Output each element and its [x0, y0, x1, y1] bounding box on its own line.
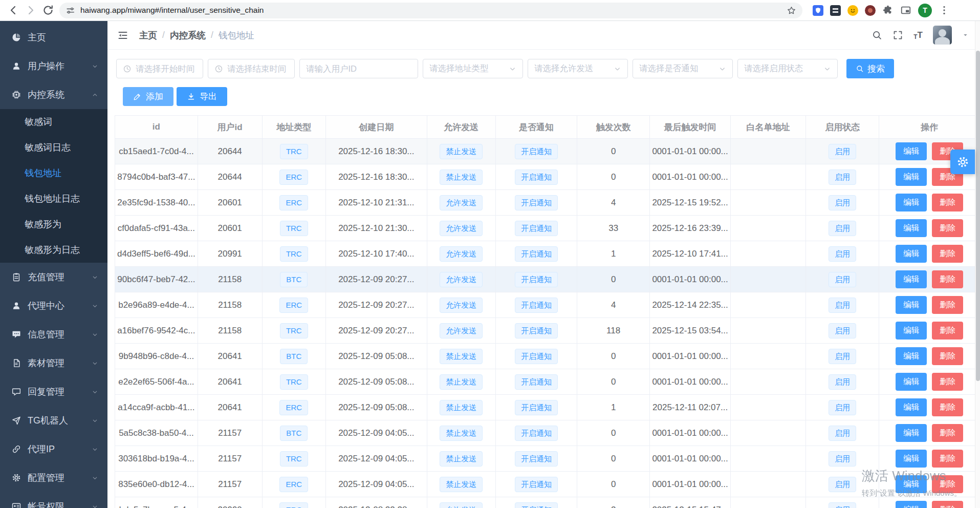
sidebar-item-6[interactable]: 素材管理 — [0, 349, 107, 377]
edit-button[interactable]: 编辑 — [896, 450, 927, 468]
allow-send-select[interactable]: 请选择允许发送 — [528, 59, 628, 78]
user-id-input[interactable] — [299, 59, 418, 78]
sidebar-item-4[interactable]: 代理中心 — [0, 291, 107, 320]
sidebar-item-1[interactable]: 用户操作 — [0, 52, 107, 80]
edit-button[interactable]: 编辑 — [896, 270, 927, 288]
search-button[interactable]: 搜索 — [846, 59, 894, 78]
font-size-icon[interactable]: TT — [913, 30, 923, 40]
settings-panel-button[interactable] — [950, 150, 975, 174]
table-header-row: id用户id地址类型创建日期允许发送是否通知触发次数最后触发时间白名单地址启用状… — [115, 116, 980, 139]
delete-button[interactable]: 删除 — [932, 219, 963, 237]
delete-button[interactable]: 删除 — [932, 475, 963, 493]
user-avatar[interactable] — [933, 26, 952, 45]
forward-icon[interactable] — [25, 4, 37, 16]
edit-button[interactable]: 编辑 — [896, 398, 927, 416]
edit-button[interactable]: 编辑 — [896, 296, 927, 314]
reply-icon — [11, 387, 21, 397]
extension-shield-icon[interactable] — [813, 5, 823, 16]
extension-dark-icon[interactable] — [830, 5, 841, 16]
browser-profile-avatar[interactable]: T — [918, 4, 932, 17]
user-id-input[interactable] — [306, 64, 411, 74]
sidebar-subitem-2-4[interactable]: 敏感形为 — [0, 211, 107, 237]
sidebar-item-label: 配置管理 — [28, 472, 64, 484]
sidebar-item-9[interactable]: 代理IP — [0, 435, 107, 463]
extension-maroon-icon[interactable] — [865, 5, 876, 16]
browser-menu-icon[interactable] — [939, 5, 950, 16]
notify-badge: 开启通知 — [515, 426, 558, 441]
pencil-icon — [133, 92, 142, 101]
delete-button[interactable]: 删除 — [932, 245, 963, 263]
extension-smiley-icon[interactable] — [847, 5, 858, 16]
edit-button[interactable]: 编辑 — [896, 322, 927, 340]
sidebar-subitem-2-3[interactable]: 钱包地址日志 — [0, 186, 107, 211]
edit-button[interactable]: 编辑 — [896, 142, 927, 160]
notify-cell: 开启通知 — [496, 292, 577, 318]
whitelist-cell — [730, 318, 805, 344]
sidebar-item-7[interactable]: 回复管理 — [0, 377, 107, 406]
edit-button[interactable]: 编辑 — [896, 424, 927, 442]
delete-button[interactable]: 删除 — [932, 322, 963, 340]
delete-button[interactable]: 删除 — [932, 270, 963, 288]
edit-button[interactable]: 编辑 — [896, 219, 927, 237]
delete-button[interactable]: 删除 — [932, 194, 963, 211]
edit-button[interactable]: 编辑 — [896, 168, 927, 186]
sidebar-item-3[interactable]: 充值管理 — [0, 263, 107, 291]
delete-button[interactable]: 删除 — [932, 450, 963, 468]
edit-button[interactable]: 编辑 — [896, 347, 927, 365]
id-cell: e2e2ef65-506f-4a... — [115, 369, 198, 395]
back-icon[interactable] — [7, 4, 19, 16]
sidebar-item-0[interactable]: 主页 — [0, 23, 107, 52]
sidebar-subitem-2-2[interactable]: 钱包地址 — [0, 160, 107, 186]
add-button[interactable]: 添加 — [123, 87, 173, 106]
delete-button[interactable]: 删除 — [932, 373, 963, 391]
actions-cell: 编辑删除 — [879, 472, 980, 497]
reload-icon[interactable] — [42, 4, 54, 16]
status-cell: 启用 — [806, 497, 879, 508]
tab-share-icon[interactable] — [900, 5, 911, 16]
sidebar-subitem-2-0[interactable]: 敏感词 — [0, 109, 107, 135]
delete-button[interactable]: 删除 — [932, 424, 963, 442]
sidebar-item-8[interactable]: TG机器人 — [0, 406, 107, 435]
scrollbar-thumb[interactable] — [976, 51, 980, 381]
end-time-input[interactable] — [227, 64, 288, 74]
edit-button[interactable]: 编辑 — [896, 245, 927, 263]
column-header: 启用状态 — [806, 116, 879, 139]
sidebar-item-10[interactable]: 配置管理 — [0, 463, 107, 492]
search-icon[interactable] — [872, 30, 882, 40]
chevron-down-icon — [92, 303, 98, 309]
delete-button[interactable]: 删除 — [932, 501, 963, 508]
start-time-input[interactable] — [116, 59, 203, 78]
trigger-count-cell: 0 — [577, 164, 649, 190]
sidebar-subitem-2-5[interactable]: 敏感形为日志 — [0, 237, 107, 263]
chevron-down-icon[interactable] — [962, 32, 969, 38]
delete-button[interactable]: 删除 — [932, 296, 963, 314]
sidebar-item-2[interactable]: 内控系统 — [0, 80, 107, 109]
start-time-input[interactable] — [136, 64, 197, 74]
end-time-input[interactable] — [208, 59, 295, 78]
extensions-puzzle-icon[interactable] — [882, 5, 894, 16]
sidebar-fold-icon[interactable] — [117, 29, 129, 41]
bookmark-star-icon[interactable] — [787, 6, 796, 15]
export-button[interactable]: 导出 — [177, 87, 227, 106]
delete-button[interactable]: 删除 — [932, 347, 963, 365]
sidebar-item-5[interactable]: 信息管理 — [0, 320, 107, 349]
sidebar-subitem-2-1[interactable]: 敏感词日志 — [0, 135, 107, 160]
delete-button[interactable]: 删除 — [932, 398, 963, 416]
table-row: 5a5c8c38-ba50-4...21157BTC2025-12-09 04:… — [115, 420, 980, 446]
edit-button[interactable]: 编辑 — [896, 475, 927, 493]
whitelist-cell — [730, 497, 805, 508]
address-type-select[interactable]: 请选择地址类型 — [423, 59, 523, 78]
edit-button[interactable]: 编辑 — [896, 373, 927, 391]
whitelist-cell — [730, 344, 805, 369]
fullscreen-icon[interactable] — [892, 30, 903, 40]
sidebar-item-11[interactable]: 帐号权限 — [0, 492, 107, 508]
chevron-down-icon — [92, 389, 98, 395]
enable-status-select[interactable]: 请选择启用状态 — [737, 59, 838, 78]
address-bar[interactable]: haiwang.app/miwang#/internal/user_sensit… — [59, 3, 802, 18]
breadcrumb-home[interactable]: 主页 — [139, 29, 157, 41]
site-settings-icon[interactable] — [66, 6, 75, 15]
edit-button[interactable]: 编辑 — [896, 501, 927, 508]
breadcrumb-internal-system[interactable]: 内控系统 — [170, 29, 206, 41]
notify-select[interactable]: 请选择是否通知 — [633, 59, 733, 78]
edit-button[interactable]: 编辑 — [896, 194, 927, 211]
